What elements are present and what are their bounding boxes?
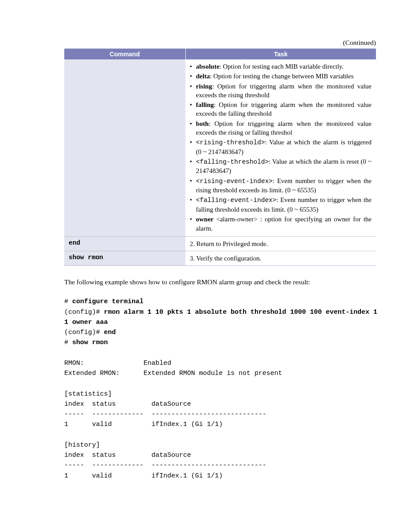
list-item: <rising-threshold>: Value at which the a… xyxy=(190,138,372,156)
terminal-output: # configure terminal (config)# rmon alar… xyxy=(64,297,376,481)
th-command: Command xyxy=(64,49,185,60)
table-row: end 2. Return to Privileged mode. xyxy=(64,236,376,251)
intro-paragraph: The following example shows how to confi… xyxy=(64,278,376,286)
list-item: <rising-event-index>: Event number to tr… xyxy=(190,176,372,195)
list-item: both: Option for triggering alarm when t… xyxy=(190,119,372,137)
command-task-table: Command Task absolute: Option for testin… xyxy=(64,48,376,266)
list-item: <falling-event-index>: Event number to t… xyxy=(190,195,372,214)
cmd-cell: show rmon xyxy=(64,251,185,266)
th-task: Task xyxy=(185,49,376,60)
cmd-cell: end xyxy=(64,236,185,251)
list-item: delta: Option for testing the change bet… xyxy=(190,72,372,81)
list-item: falling: Option for triggering alarm whe… xyxy=(190,100,372,118)
cmd-cell xyxy=(64,59,185,236)
table-row: show rmon 3. Verify the configuration. xyxy=(64,251,376,266)
list-item: absolute: Option for testing each MIB va… xyxy=(190,62,372,71)
list-item: rising: Option for triggering alarm when… xyxy=(190,82,372,100)
task-cell: 2. Return to Privileged mode. xyxy=(185,236,376,251)
task-cell: absolute: Option for testing each MIB va… xyxy=(185,59,376,236)
list-item: <falling-threshold>: Value at which the … xyxy=(190,157,372,176)
task-cell: 3. Verify the configuration. xyxy=(185,251,376,266)
continued-label: (Continued) xyxy=(64,39,376,47)
list-item: owner <alarm-owner> : option for specify… xyxy=(190,215,372,233)
table-row: absolute: Option for testing each MIB va… xyxy=(64,59,376,236)
